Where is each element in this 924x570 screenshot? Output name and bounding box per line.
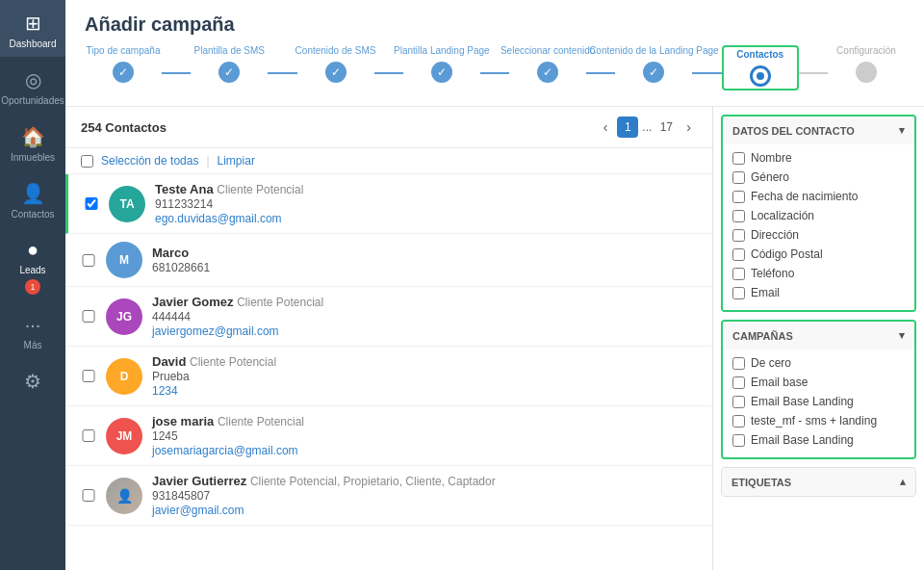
step-8-circle [856,62,877,83]
datos-contacto-section: DATOS DEL CONTACTO ▾ Nombre Género Fecha… [721,115,916,312]
contact-checkbox[interactable] [81,429,96,442]
step-7[interactable]: Contactos [722,45,799,91]
step-2-label: Plantilla de SMS [194,45,265,56]
contact-name: Javier Gutierrez Cliente Potencial, Prop… [152,474,697,488]
step-7-label: Contactos [736,49,783,60]
filter-direccion-checkbox[interactable] [732,229,745,242]
avatar: JM [106,418,142,454]
filter-emailbase-checkbox[interactable] [732,376,745,389]
divider: | [206,154,209,168]
contact-tag: Cliente Potencial [237,296,323,309]
avatar: TA [109,186,145,222]
sidebar-item-dashboard[interactable]: ⊞ Dashboard [0,0,65,57]
filter-email-label: Email [751,286,780,299]
avatar: M [106,242,142,278]
contact-checkbox[interactable] [84,197,99,210]
chevron-down-icon: ▾ [899,124,905,137]
filter-emailbaselanding2-label: Email Base Landing [751,433,854,447]
select-all-checkbox[interactable] [81,155,93,168]
contact-checkbox[interactable] [81,310,96,323]
step-6[interactable]: Contenido de la Landing Page ✓ [615,45,692,83]
step-4[interactable]: Plantilla Landing Page ✓ [403,45,480,83]
contact-phone: 681028661 [152,261,697,274]
filter-decero-label: De cero [751,356,791,370]
campanas-header[interactable]: CAMPAÑAS ▾ [723,322,914,350]
leads-icon: ● [27,239,38,261]
filter-direccion-label: Dirección [751,228,799,242]
sidebar-item-contactos[interactable]: 👤 Contactos [0,170,65,227]
step-5[interactable]: Seleccionar contenido ✓ [509,45,586,83]
select-all-row: Selección de todas | Limpiar [65,148,712,174]
contact-tag: Cliente Potencial [218,415,304,428]
sidebar-item-label: Oportunidades [1,95,64,106]
filter-item: Nombre [732,148,905,168]
step-3-label: Contenido de SMS [295,45,376,56]
step-6-label: Contenido de la Landing Page [589,45,719,56]
filter-localizacion-checkbox[interactable] [732,210,745,222]
dashboard-icon: ⊞ [25,12,41,35]
filter-item: Email [732,283,905,302]
etiquetas-header[interactable]: ETIQUETAS ▴ [722,468,915,496]
stepper: Tipo de campaña ✓ Plantilla de SMS ✓ Con… [85,45,905,98]
filter-cp-checkbox[interactable] [732,248,745,261]
step-3[interactable]: Contenido de SMS ✓ [297,45,374,83]
contact-info: Marco 681028661 [152,246,697,274]
step-2[interactable]: Plantilla de SMS ✓ [191,45,268,83]
filter-emailbaselanding2-checkbox[interactable] [732,434,745,447]
filter-emailbaselanding-checkbox[interactable] [732,396,745,408]
etiquetas-title: ETIQUETAS [732,477,791,488]
contacts-panel: 254 Contactos ‹ 1 ... 17 › Selección de … [65,107,712,570]
right-panel: DATOS DEL CONTACTO ▾ Nombre Género Fecha… [712,107,924,570]
filter-fecha-checkbox[interactable] [732,191,745,203]
filter-nombre-checkbox[interactable] [732,152,745,165]
filter-item: De cero [732,353,905,373]
filter-genero-label: Género [751,170,789,184]
table-row: TA Teste Ana Cliente Potencial 911233214… [65,174,712,234]
table-row: M Marco 681028661 [65,234,712,287]
contact-checkbox[interactable] [81,370,96,382]
sidebar-item-label: Leads [19,265,45,275]
contact-phone: 911233214 [155,197,697,211]
filter-fecha-label: Fecha de nacimiento [751,190,858,203]
contacts-list: TA Teste Ana Cliente Potencial 911233214… [65,174,712,570]
step-1[interactable]: Tipo de campaña ✓ [85,45,162,83]
sidebar-item-inmuebles[interactable]: 🏠 Inmuebles [0,114,65,170]
contact-email: josemariagarcia@gmail.com [152,444,697,457]
avatar: 👤 [106,478,142,514]
filter-item: Dirección [732,225,905,245]
clear-label[interactable]: Limpiar [218,154,255,168]
sidebar-item-leads[interactable]: ● Leads 1 [0,227,65,302]
filter-testemf-checkbox[interactable] [732,415,745,428]
step-5-circle: ✓ [537,62,558,83]
pagination-prev[interactable]: ‹ [598,117,614,137]
contact-checkbox[interactable] [81,254,96,267]
filter-item: Teléfono [732,264,905,283]
filter-email-checkbox[interactable] [732,287,745,299]
sidebar-item-settings[interactable]: ⚙ [0,358,65,401]
datos-contacto-header[interactable]: DATOS DEL CONTACTO ▾ [723,117,914,144]
datos-contacto-title: DATOS DEL CONTACTO [732,125,855,137]
pagination: ‹ 1 ... 17 › [598,117,697,138]
sidebar-item-mas[interactable]: ··· Más [0,302,65,358]
contact-checkbox[interactable] [81,489,96,502]
filter-telefono-checkbox[interactable] [732,268,745,280]
campanas-body: De cero Email base Email Base Landing te… [723,350,914,457]
select-all-label[interactable]: Selección de todas [101,154,198,168]
filter-genero-checkbox[interactable] [732,171,745,184]
contact-name: Marco [152,246,697,260]
pagination-current[interactable]: 1 [617,117,638,138]
filter-item: Código Postal [732,245,905,264]
filter-decero-checkbox[interactable] [732,357,745,370]
contactos-icon: 👤 [21,182,45,205]
contacts-count: 254 Contactos [81,120,167,135]
step-2-circle: ✓ [218,62,240,83]
contact-email: 1234 [152,384,697,398]
filter-item: Email base [732,373,905,392]
contact-info: jose maria Cliente Potencial 1245 josema… [152,414,697,457]
pagination-next[interactable]: › [680,117,697,137]
sidebar-item-oportunidades[interactable]: ◎ Oportunidades [0,57,65,114]
step-8[interactable]: Configuración [828,45,905,83]
avatar: D [106,358,142,395]
pagination-last[interactable]: 17 [655,117,677,138]
page-title: Añadir campaña [85,13,905,36]
